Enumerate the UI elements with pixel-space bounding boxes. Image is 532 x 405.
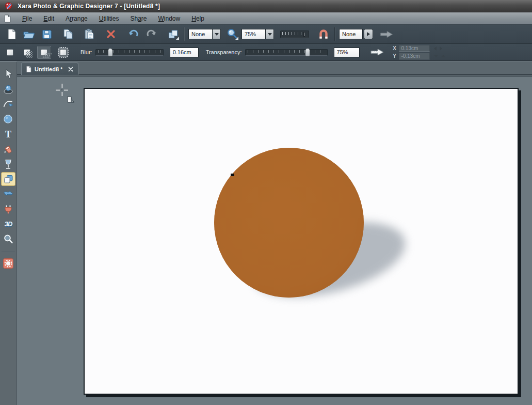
copy-icon: [62, 28, 74, 40]
push-tool[interactable]: [1, 82, 15, 96]
text-tool-icon: T: [5, 130, 11, 139]
y-position-input[interactable]: [399, 53, 430, 59]
save-button[interactable]: [39, 27, 54, 41]
tool-panel-separator: [2, 251, 15, 252]
live-effects-tool[interactable]: [1, 202, 15, 216]
tab-title: Untitled8 *: [35, 66, 62, 72]
menu-window[interactable]: Window: [153, 14, 186, 23]
position-on-page-button[interactable]: [166, 27, 180, 41]
menu-help[interactable]: Help: [186, 14, 209, 23]
transparency-slider[interactable]: [245, 48, 328, 57]
paste-clipboard-icon: [84, 28, 95, 40]
new-document-button[interactable]: [4, 27, 19, 41]
transparency-value-input[interactable]: [334, 48, 360, 57]
ellipse-shape-tool[interactable]: [1, 112, 15, 126]
delete-x-icon: [106, 29, 116, 39]
blur-value-input[interactable]: [170, 48, 199, 57]
feather-dropdown-button[interactable]: [212, 29, 221, 39]
zoom-level-dropdown[interactable]: 75%: [241, 29, 274, 39]
orange-circle-tint: [214, 148, 364, 298]
new-document-icon: [6, 28, 17, 40]
shadow-tool-cursor-icon: [55, 83, 78, 105]
zoom-slider[interactable]: [280, 30, 309, 38]
zoom-level-dropdown-button[interactable]: [265, 29, 274, 39]
no-shadow-button[interactable]: [3, 46, 17, 59]
menu-file[interactable]: File: [17, 14, 37, 23]
extrude-3d-tool[interactable]: 3D: [1, 217, 15, 231]
brush-curve-icon: [3, 99, 14, 110]
wave-flag-icon: [3, 189, 14, 200]
document-icon[interactable]: [4, 14, 11, 23]
style-dropdown-value[interactable]: None: [339, 29, 363, 39]
menu-share[interactable]: Share: [125, 14, 152, 23]
feather-dropdown[interactable]: None: [188, 29, 221, 39]
style-dropdown-button[interactable]: [364, 29, 373, 39]
blur-slider-track[interactable]: [95, 49, 164, 56]
extrude-3d-icon: 3D: [5, 220, 12, 228]
nudge-left-icon[interactable]: [434, 46, 437, 51]
x-position-row: X: [393, 45, 445, 52]
magnifier-icon: [226, 28, 238, 40]
transparency-tool[interactable]: [1, 157, 15, 171]
paste-button[interactable]: [82, 27, 96, 41]
text-tool[interactable]: T: [1, 127, 15, 141]
shadow-handle-marker[interactable]: [231, 174, 234, 176]
nudge-right-icon[interactable]: [440, 46, 442, 51]
redo-button[interactable]: [144, 27, 158, 41]
wall-shadow-button[interactable]: [20, 46, 34, 59]
open-button[interactable]: [22, 27, 36, 41]
tab-close-button[interactable]: [68, 66, 74, 72]
document-page[interactable]: [84, 88, 519, 395]
wall-shadow-icon: [24, 49, 30, 56]
x-position-input[interactable]: [399, 45, 430, 52]
menu-edit[interactable]: Edit: [38, 14, 59, 23]
arrow-right-icon: [370, 48, 384, 56]
delete-button[interactable]: [104, 27, 118, 41]
photo-gear-icon: [3, 258, 14, 269]
shadow-tool[interactable]: [1, 172, 15, 186]
floor-shadow-button[interactable]: [37, 46, 51, 59]
zoom-tool-button[interactable]: [225, 27, 239, 41]
toolbar-separator: [334, 27, 335, 41]
selector-tool[interactable]: [1, 67, 15, 81]
feather-dropdown-value[interactable]: None: [188, 29, 212, 39]
y-position-row: Y: [393, 53, 445, 59]
nudge-up-icon[interactable]: [441, 55, 445, 57]
fill-tool[interactable]: [1, 142, 15, 156]
photo-enhance-tool[interactable]: [1, 256, 15, 270]
zoom-slider-thumb[interactable]: [303, 32, 305, 37]
menu-utilities[interactable]: Utilities: [94, 14, 124, 23]
freehand-brush-tool[interactable]: [1, 97, 15, 111]
transparency-slider-track[interactable]: [245, 49, 328, 56]
chevron-down-icon: [268, 33, 272, 36]
y-label: Y: [393, 53, 397, 59]
menu-arrange[interactable]: Arrange: [60, 14, 93, 23]
blur-label: Blur:: [80, 49, 92, 55]
undo-button[interactable]: [126, 27, 141, 41]
canvas-viewport[interactable]: [17, 76, 532, 405]
apply-style-button[interactable]: [379, 27, 394, 41]
style-dropdown[interactable]: None: [339, 29, 373, 39]
nudge-down-icon[interactable]: [434, 55, 438, 57]
zoom-level-value[interactable]: 75%: [241, 29, 265, 39]
app-logo-icon: [4, 2, 13, 11]
title-bar: Xara Photo & Graphic Designer 7 - [Untit…: [0, 0, 532, 12]
zoom-tool[interactable]: [1, 232, 15, 246]
apply-shadow-button[interactable]: [370, 45, 384, 59]
snap-to-objects-button[interactable]: [316, 27, 331, 41]
no-shadow-icon: [7, 49, 13, 56]
copy-button[interactable]: [61, 27, 75, 41]
chevron-down-icon: [215, 33, 219, 36]
glow-shadow-button[interactable]: [56, 46, 70, 59]
blur-slider[interactable]: [95, 48, 164, 57]
undo-arrow-icon: [128, 28, 139, 40]
mould-tool[interactable]: [1, 187, 15, 201]
transparency-label: Transparency:: [206, 49, 242, 55]
ellipse-icon: [3, 114, 14, 125]
chevron-right-icon: [367, 32, 370, 36]
tab-untitled8[interactable]: Untitled8 *: [21, 63, 78, 75]
push-stamp-icon: [3, 84, 14, 95]
floor-shadow-icon: [41, 49, 47, 56]
wine-glass-icon: [3, 159, 14, 170]
shadow-toolbar: Blur: Transparency: X Y: [0, 44, 532, 61]
